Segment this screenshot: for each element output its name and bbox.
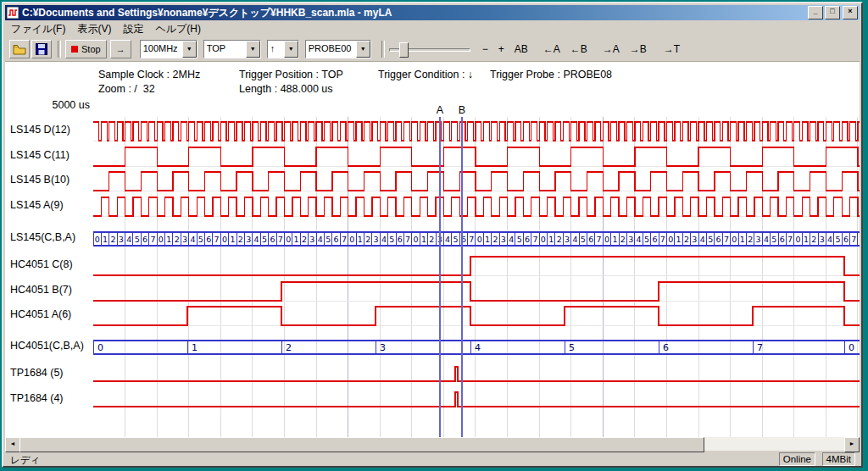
- goto-cursor-a-right-button[interactable]: →A: [599, 42, 623, 57]
- svg-text:4: 4: [637, 235, 642, 244]
- zoom-in-button[interactable]: +: [495, 42, 508, 57]
- scroll-left-button[interactable]: ◄: [5, 437, 20, 452]
- svg-text:4: 4: [445, 235, 450, 244]
- svg-text:2: 2: [557, 235, 562, 244]
- status-memory-badge: 4MBit: [822, 452, 855, 466]
- toolbar-separator: [58, 41, 61, 58]
- length-info: Length : 488.000 us: [239, 83, 333, 95]
- close-button[interactable]: ×: [843, 6, 858, 19]
- svg-text:0: 0: [796, 235, 801, 244]
- svg-text:0: 0: [349, 235, 354, 244]
- menu-help[interactable]: ヘルプ(H): [149, 20, 207, 38]
- svg-text:7: 7: [150, 235, 155, 244]
- svg-text:6: 6: [334, 235, 339, 244]
- app-icon: [7, 7, 19, 19]
- svg-text:1: 1: [358, 235, 363, 244]
- channel-label: LS145 A(9): [10, 199, 64, 211]
- svg-text:4: 4: [381, 235, 387, 244]
- chevron-down-icon[interactable]: ▼: [356, 41, 370, 58]
- stop-icon: [71, 46, 78, 53]
- svg-text:7: 7: [214, 235, 220, 244]
- svg-text:3: 3: [692, 235, 697, 244]
- svg-text:7: 7: [787, 235, 793, 244]
- svg-text:1: 1: [804, 235, 809, 244]
- svg-text:2: 2: [492, 235, 498, 244]
- open-button[interactable]: [9, 40, 30, 58]
- scroll-right-button[interactable]: ►: [844, 437, 860, 452]
- open-folder-icon: [13, 44, 27, 55]
- svg-text:6: 6: [843, 235, 849, 244]
- svg-text:4: 4: [254, 235, 259, 244]
- zoom-slider-handle[interactable]: [399, 42, 409, 58]
- svg-text:4: 4: [126, 235, 131, 244]
- sample-clock-select[interactable]: 100MHz ▼: [140, 40, 198, 58]
- minimize-button[interactable]: _: [808, 6, 823, 19]
- svg-text:4: 4: [700, 235, 705, 244]
- cursor-ab-button[interactable]: AB: [511, 42, 531, 57]
- window-title: C:¥Documents and Settings¥noname¥デスクトップ¥…: [22, 6, 806, 20]
- svg-text:0: 0: [849, 342, 854, 353]
- goto-cursor-b-right-button[interactable]: →B: [626, 42, 650, 57]
- svg-text:7: 7: [342, 235, 347, 244]
- svg-text:5: 5: [569, 342, 575, 353]
- svg-text:1: 1: [192, 342, 198, 353]
- chevron-down-icon[interactable]: ▼: [284, 41, 298, 58]
- svg-text:4: 4: [475, 342, 481, 353]
- trigger-edge-select[interactable]: ↑ ▼: [267, 40, 299, 58]
- channel-label-column: LS145 D(12)LS145 C(11)LS145 B(10)LS145 A…: [5, 62, 93, 437]
- horizontal-scrollbar[interactable]: ◄ ►: [5, 437, 860, 451]
- svg-text:0: 0: [604, 235, 609, 244]
- trigger-edge-value: ↑: [268, 41, 284, 58]
- svg-text:6: 6: [142, 235, 147, 244]
- svg-text:6: 6: [206, 235, 211, 244]
- goto-cursor-b-left-button[interactable]: ←B: [567, 42, 591, 57]
- zoom-slider[interactable]: [389, 41, 470, 58]
- svg-text:0: 0: [95, 235, 100, 244]
- zoom-out-button[interactable]: −: [479, 42, 492, 57]
- svg-text:0: 0: [159, 235, 164, 244]
- menubar: ファイル(F) 表示(V) 設定 ヘルプ(H): [5, 21, 860, 36]
- svg-text:4: 4: [572, 235, 577, 244]
- waveform-plot[interactable]: 0123456701234567012345670123456701234567…: [93, 117, 860, 437]
- menu-view[interactable]: 表示(V): [71, 20, 117, 38]
- menu-settings[interactable]: 設定: [117, 20, 149, 38]
- status-ready-text: レディ: [10, 454, 40, 467]
- trigger-probe-info: Trigger Probe : PROBE08: [490, 69, 612, 80]
- svg-text:2: 2: [110, 235, 115, 244]
- svg-text:5: 5: [135, 235, 140, 244]
- goto-trigger-button[interactable]: →T: [660, 42, 683, 57]
- svg-text:0: 0: [414, 235, 419, 244]
- svg-text:2: 2: [365, 235, 370, 244]
- svg-text:0: 0: [286, 235, 291, 244]
- trigger-position-select[interactable]: TOP ▼: [203, 40, 261, 58]
- svg-text:1: 1: [230, 235, 235, 244]
- channel-label: TP1684 (5): [10, 367, 64, 379]
- svg-text:4: 4: [827, 235, 832, 244]
- svg-text:5: 5: [389, 235, 394, 244]
- cursor-b-label[interactable]: B: [459, 104, 465, 116]
- cursor-a-label[interactable]: A: [437, 104, 443, 116]
- channel-label: HC4051 A(6): [10, 308, 71, 320]
- stop-button[interactable]: Stop: [65, 40, 107, 58]
- svg-text:2: 2: [175, 235, 180, 244]
- svg-text:1: 1: [740, 235, 745, 244]
- goto-cursor-a-left-button[interactable]: ←A: [540, 42, 564, 57]
- maximize-button[interactable]: □: [825, 6, 840, 19]
- scroll-thumb[interactable]: [19, 437, 704, 452]
- chevron-down-icon[interactable]: ▼: [246, 41, 260, 58]
- svg-text:7: 7: [724, 235, 729, 244]
- titlebar[interactable]: C:¥Documents and Settings¥noname¥デスクトップ¥…: [5, 5, 860, 20]
- menu-file[interactable]: ファイル(F): [5, 20, 71, 38]
- svg-text:0: 0: [477, 235, 482, 244]
- svg-text:2: 2: [684, 235, 689, 244]
- trigger-probe-select[interactable]: PROBE00 ▼: [305, 40, 371, 58]
- chevron-down-icon[interactable]: ▼: [182, 41, 197, 58]
- save-button[interactable]: [31, 40, 52, 58]
- svg-text:1: 1: [166, 235, 171, 244]
- svg-text:6: 6: [663, 342, 669, 353]
- svg-text:2: 2: [302, 235, 307, 244]
- svg-text:0: 0: [668, 235, 673, 244]
- svg-text:1: 1: [548, 235, 554, 244]
- svg-text:3: 3: [182, 235, 187, 244]
- run-button[interactable]: →: [110, 40, 131, 58]
